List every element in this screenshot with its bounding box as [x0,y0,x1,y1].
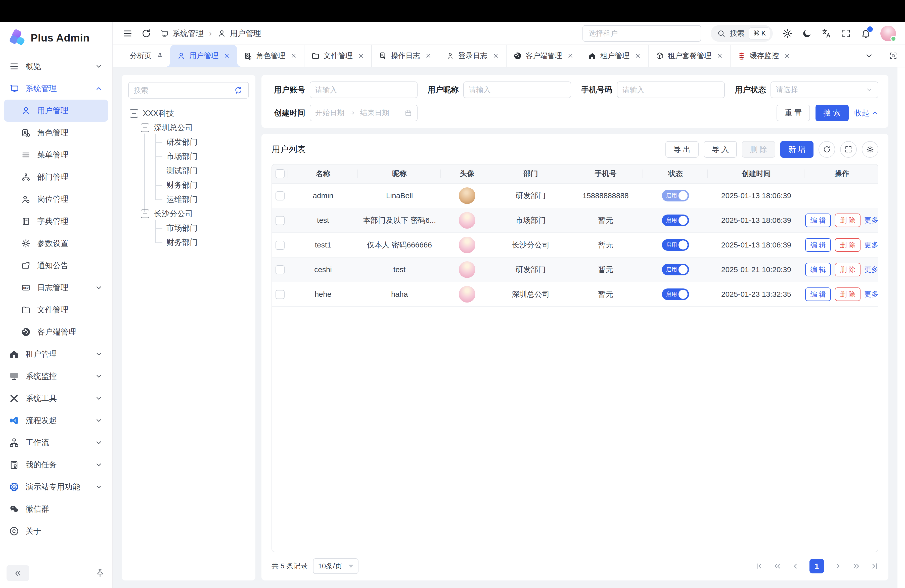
more-button[interactable]: 更多 [865,289,878,299]
scrollbar-gutter[interactable] [897,67,905,588]
delete-row-button[interactable]: 删 除 [835,238,861,252]
close-icon[interactable] [425,52,432,59]
sidebar-item-demo-features[interactable]: 演示站专用功能 [4,476,108,498]
sidebar-item-system-management[interactable]: 系统管理 [4,78,108,100]
tree-node-market-dept[interactable]: 市场部门 [128,149,249,164]
tenant-select-input[interactable] [583,25,701,42]
delete-row-button[interactable]: 删 除 [835,288,861,301]
import-button[interactable]: 导 入 [703,141,737,158]
tree-collapse-icon[interactable] [130,109,138,118]
tree-node-test-dept[interactable]: 测试部门 [128,164,249,178]
global-search-button[interactable]: 搜索 ⌘ K [711,25,773,42]
sidebar-item-user-management[interactable]: 用户管理 [4,100,108,122]
tab-cache-monitor[interactable]: redis 缓存监控 [730,45,797,67]
status-select[interactable]: 请选择 [770,81,878,98]
sidebar-item-overview[interactable]: 概览 [4,55,108,78]
edit-button[interactable]: 编 辑 [805,263,831,277]
sidebar-item-system-monitor[interactable]: 系统监控 [4,365,108,387]
tab-user-management[interactable]: 用户管理 [170,45,237,67]
tree-node-company[interactable]: XXX科技 [128,106,249,121]
row-checkbox[interactable] [276,216,284,225]
notifications-bell-icon[interactable] [861,29,871,38]
more-button[interactable]: 更多 [865,240,878,250]
sidebar-toggle-icon[interactable] [123,29,133,38]
tree-node-rd-dept[interactable]: 研发部门 [128,135,249,149]
tab-login-log[interactable]: 登录日志 [439,45,506,67]
edit-button[interactable]: 编 辑 [805,238,831,252]
phone-input[interactable] [622,86,719,94]
fullscreen-icon[interactable] [841,29,851,38]
sidebar-item-menu-management[interactable]: 菜单管理 [4,144,108,166]
tree-collapse-icon[interactable] [141,210,149,218]
tree-node-ops-dept[interactable]: 运维部门 [128,192,249,207]
sidebar-item-dict-management[interactable]: 字典管理 [4,210,108,232]
sidebar-item-workflow[interactable]: 工作流 [4,432,108,454]
close-icon[interactable] [492,52,499,59]
tree-collapse-icon[interactable] [141,124,149,132]
row-checkbox[interactable] [276,241,284,250]
tree-search-input[interactable] [129,83,228,98]
table-refresh-button[interactable] [819,141,835,158]
refresh-icon[interactable] [141,29,151,38]
tree-node-finance-dept[interactable]: 财务部门 [128,178,249,192]
edit-button[interactable]: 编 辑 [805,213,831,227]
sidebar-item-file-management[interactable]: 文件管理 [4,299,108,321]
close-icon[interactable] [358,52,364,59]
collapse-filter-link[interactable]: 收起 [854,108,878,118]
pin-icon[interactable] [95,569,105,578]
close-icon[interactable] [784,52,791,59]
table-settings-button[interactable] [862,141,878,158]
tab-tenant-management[interactable]: 租户管理 [581,45,649,67]
forward-5-pages-button[interactable] [852,562,860,570]
table-fullscreen-button[interactable] [840,141,857,158]
nickname-input[interactable] [469,86,566,94]
row-checkbox[interactable] [276,265,284,274]
translate-icon[interactable] [822,29,832,38]
first-page-button[interactable] [755,562,763,570]
sidebar-item-param-settings[interactable]: 参数设置 [4,232,108,254]
status-toggle[interactable]: 启用 [662,239,689,251]
sidebar-item-notice[interactable]: 通知公告 [4,254,108,277]
sidebar-item-dept-management[interactable]: 部门管理 [4,166,108,188]
export-button[interactable]: 导 出 [665,141,699,158]
tab-tenant-package-management[interactable]: 租户套餐管理 [649,45,730,67]
settings-gear-icon[interactable] [782,29,792,38]
next-page-button[interactable] [834,562,842,570]
delete-row-button[interactable]: 删 除 [835,213,861,227]
close-icon[interactable] [635,52,641,59]
tab-analysis[interactable]: 分析页 [123,45,170,67]
sidebar-item-post-management[interactable]: 岗位管理 [4,188,108,210]
breadcrumb-item[interactable]: 系统管理 [173,28,204,39]
status-toggle[interactable]: 启用 [662,215,689,226]
delete-button[interactable]: 删 除 [742,141,775,158]
last-page-button[interactable] [870,562,878,570]
sidebar-item-about[interactable]: 关于 [4,520,108,542]
sidebar-item-process-start[interactable]: 流程发起 [4,410,108,432]
tree-node-cs-market-dept[interactable]: 市场部门 [128,221,249,235]
status-toggle[interactable]: 启用 [662,264,689,275]
current-page[interactable]: 1 [810,559,824,574]
status-toggle[interactable]: 启用 [662,288,689,300]
pin-icon[interactable] [157,52,163,59]
tree-node-changsha-branch[interactable]: 长沙分公司 [128,207,249,221]
sidebar-item-tenant-management[interactable]: 租户管理 [4,343,108,365]
sidebar-item-log-management[interactable]: DEV 日志管理 [4,277,108,299]
search-button[interactable]: 搜 索 [816,105,849,121]
prev-page-button[interactable] [791,562,799,570]
sidebar-item-role-management[interactable]: 角色管理 [4,122,108,144]
delete-row-button[interactable]: 删 除 [835,263,861,277]
add-button[interactable]: 新 增 [780,141,813,158]
tab-operation-log[interactable]: 操作日志 [372,45,439,67]
app-logo[interactable]: Plus Admin [0,22,112,54]
back-5-pages-button[interactable] [773,562,781,570]
close-icon[interactable] [291,52,297,59]
tab-file-management[interactable]: 文件管理 [305,45,372,67]
sidebar-item-system-tools[interactable]: 系统工具 [4,387,108,410]
account-input[interactable] [315,86,412,94]
close-icon[interactable] [567,52,574,59]
sidebar-item-wechat-group[interactable]: 微信群 [4,498,108,520]
sidebar-collapse-button[interactable] [6,565,29,581]
page-size-select[interactable]: 10条/页 [313,558,359,574]
row-checkbox[interactable] [276,290,284,299]
tabs-dropdown-button[interactable] [857,45,881,67]
